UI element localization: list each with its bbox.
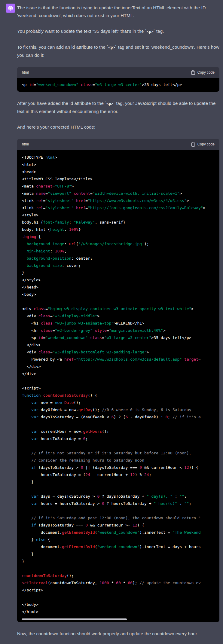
code-line: </body>: [22, 601, 215, 608]
code-line: .bgimg {: [22, 233, 215, 240]
language-label: html: [22, 70, 29, 75]
code-line: [22, 298, 215, 305]
code-line: setInterval(countdownToSaturday, 1000 * …: [22, 579, 215, 587]
code-line: // consider the remaining hours to Satur…: [22, 457, 215, 464]
message-content: The issue is that the function is trying…: [17, 0, 219, 638]
code-line: [22, 377, 215, 385]
copy-code-label: Copy code: [197, 142, 215, 146]
code-line: }: [22, 551, 215, 558]
code-line: background-size: cover;: [22, 262, 215, 269]
code-line: hoursToSaturday = (24 - currentHour + 12…: [22, 471, 215, 478]
code-line: var days = daysToSaturday > 0 ? daysToSa…: [22, 493, 215, 500]
message-paragraph: You probably want to update the text "35…: [17, 27, 219, 35]
code-line: <body>: [22, 291, 215, 298]
code-line: </div>: [22, 363, 215, 370]
code-block-header: html Copy code: [17, 139, 219, 150]
code-line: <link rel="stylesheet" href="https://fon…: [22, 204, 215, 212]
code-line: }: [22, 558, 215, 565]
code-line: <html>: [22, 161, 215, 168]
code-line: <script>: [22, 385, 215, 392]
code-line: <title>W3.CSS Template</title>: [22, 175, 215, 183]
code-line: <div class="w3-display-bottomleft w3-pad…: [22, 349, 215, 356]
code-line: </html>: [22, 608, 215, 615]
message-paragraph: To fix this, you can add an id attribute…: [17, 43, 219, 59]
code-line: function countdownToSaturday() {: [22, 392, 215, 399]
assistant-message: The issue is that the function is trying…: [0, 0, 223, 644]
code-line: [22, 442, 215, 450]
code-line: <meta charset="UTF-8">: [22, 183, 215, 190]
code-line: // if it's Saturday and past 12:00 (noon…: [22, 514, 215, 522]
language-label: html: [22, 142, 29, 146]
code-line: var dayOfWeek = now.getDay(); //0-6 wher…: [22, 406, 215, 414]
code-block-header: html Copy code: [17, 67, 219, 78]
copy-code-button[interactable]: Copy code: [191, 142, 215, 147]
code-line: var currentHour = now.getHours();: [22, 428, 215, 435]
inline-code: <p>: [106, 101, 113, 106]
code-line: [22, 421, 215, 428]
code-line: <link rel="stylesheet" href="https://www…: [22, 197, 215, 204]
code-line: </div>: [22, 370, 215, 377]
inline-code: <p>: [108, 45, 115, 50]
horizontal-scrollbar[interactable]: [22, 618, 127, 620]
code-line: [22, 507, 215, 514]
code-line: [22, 486, 215, 493]
code-line: <h1 class="w3-jumbo w3-animate-top">WEEK…: [22, 320, 215, 327]
code-line: if (daysToSaturday > 0 || (daysToSaturda…: [22, 464, 215, 471]
message-paragraph: Now, the countdown function should work …: [17, 630, 219, 638]
code-line: if (daysToSaturday === 0 && currentHour …: [22, 522, 215, 529]
code-content: <p id="weekend_coundown" class="w3-large…: [17, 78, 219, 92]
code-line: var daysToSaturday = (dayOfWeek < 6) ? (…: [22, 414, 215, 421]
code-line: <p id="weekend_coundown" class="w3-large…: [22, 334, 215, 341]
message-paragraph: After you have added the id attribute to…: [17, 99, 219, 115]
code-line: body,h1 {font-family: "Raleway", sans-se…: [22, 219, 215, 226]
code-line: min-height: 100%;: [22, 248, 215, 255]
code-line: countdownToSaturday();: [22, 572, 215, 579]
code-line: Powered by <a href="https://www.w3school…: [22, 356, 215, 363]
code-block: html Copy code <p id="weekend_coundown" …: [17, 67, 219, 92]
code-line: document.getElementById('weekend_coundow…: [22, 529, 215, 536]
code-line: body, html {height: 100%}: [22, 226, 215, 233]
code-line: }: [22, 478, 215, 486]
code-line: document.getElementById('weekend_coundow…: [22, 543, 215, 551]
code-line: <div class="bgimg w3-display-container w…: [22, 305, 215, 313]
code-line: <div class="w3-display-middle">: [22, 313, 215, 320]
copy-code-label: Copy code: [197, 70, 215, 75]
code-line: </style>: [22, 276, 215, 284]
openai-avatar: [6, 4, 15, 13]
clipboard-icon: [191, 70, 195, 75]
code-line: background-image: url('/w3images/forestb…: [22, 240, 215, 248]
code-line: </head>: [22, 284, 215, 291]
code-line: <p id="weekend_coundown" class="w3-large…: [22, 81, 215, 88]
message-paragraph: And here's your corrected HTML code:: [17, 123, 219, 131]
code-line: <hr class="w3-border-grey" style="margin…: [22, 327, 215, 334]
code-line: // If it's not Saturday or if it's Satur…: [22, 450, 215, 457]
code-line: </div>: [22, 341, 215, 349]
clipboard-icon: [191, 142, 195, 147]
message-paragraph: The issue is that the function is trying…: [17, 4, 219, 20]
code-line: background-position: center;: [22, 255, 215, 262]
code-line: </script>: [22, 587, 215, 594]
code-line: [22, 594, 215, 601]
code-line: <meta name="viewport" content="width=dev…: [22, 190, 215, 197]
code-line: var hoursToSaturday = 0;: [22, 435, 215, 442]
code-line: var hours = hoursToSaturday > 0 ? hoursT…: [22, 500, 215, 507]
code-content: <!DOCTYPE html><html><head><title>W3.CSS…: [17, 150, 219, 622]
code-line: var now = new Date();: [22, 399, 215, 406]
code-line: <head>: [22, 168, 215, 175]
code-line: <!DOCTYPE html>: [22, 154, 215, 161]
code-block: html Copy code <!DOCTYPE html><html><hea…: [17, 139, 219, 622]
openai-logo-icon: [8, 5, 14, 11]
inline-code: <p>: [147, 29, 154, 34]
code-line: }: [22, 269, 215, 276]
copy-code-button[interactable]: Copy code: [191, 70, 215, 75]
code-line: <style>: [22, 212, 215, 219]
code-line: } else {: [22, 536, 215, 543]
code-line: [22, 565, 215, 572]
